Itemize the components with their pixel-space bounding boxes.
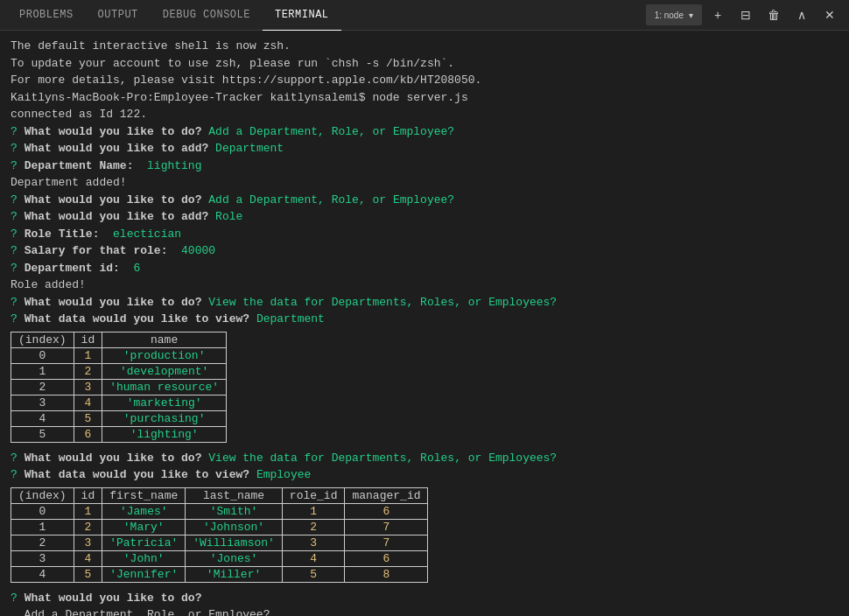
chevron-up-button[interactable]: ∧ <box>789 4 814 25</box>
boot-line-3: For more details, please visit https://s… <box>11 72 838 89</box>
q2-line1: ? What would you like to do? Add a Depar… <box>11 192 838 209</box>
role-added: Role added! <box>11 276 838 294</box>
q3-line1: ? What would you like to do? View the da… <box>11 294 838 312</box>
tab-output[interactable]: OUTPUT <box>86 0 151 31</box>
q1-line3: ? Department Name: lighting <box>11 158 838 175</box>
q2-line4: ? Salary for that role: 40000 <box>11 242 838 260</box>
node-dropdown-label: 1: node <box>655 10 684 20</box>
chevron-down-icon: ▾ <box>689 10 693 20</box>
add-terminal-button[interactable]: + <box>705 4 730 25</box>
close-panel-button[interactable]: ✕ <box>817 4 842 25</box>
q2-line3: ? Role Title: electician <box>11 226 838 243</box>
tab-bar: PROBLEMS OUTPUT DEBUG CONSOLE TERMINAL 1… <box>0 0 849 31</box>
q4-line2: ? What data would you like to view? Empl… <box>11 466 838 484</box>
emp-col-index: (index) <box>11 487 74 503</box>
boot-line-1: The default interactive shell is now zsh… <box>11 38 838 55</box>
dept-col-id: id <box>74 332 102 347</box>
q3-line2: ? What data would you like to view? Depa… <box>11 311 838 328</box>
table-row: 2 3 'human resource' <box>11 379 227 395</box>
table-row: 3 4 'John' 'Jones' 4 6 <box>11 550 428 566</box>
employee-table: (index) id first_name last_name role_id … <box>11 487 428 583</box>
emp-col-roleid: role_id <box>282 487 345 503</box>
table-row: 1 2 'development' <box>11 363 227 379</box>
table-row: 4 5 'purchasing' <box>11 410 227 426</box>
emp-col-firstname: first_name <box>102 487 186 503</box>
dept-col-name: name <box>102 332 227 347</box>
tab-controls: 1: node ▾ + ⊟ 🗑 ∧ ✕ <box>646 4 842 25</box>
menu-option-1: Add a Department, Role, or Employee? <box>11 606 838 616</box>
node-dropdown[interactable]: 1: node ▾ <box>646 4 702 25</box>
tab-problems[interactable]: PROBLEMS <box>7 0 86 31</box>
dept-added: Department added! <box>11 174 838 192</box>
emp-col-id: id <box>74 487 102 503</box>
emp-col-managerid: manager_id <box>345 487 428 503</box>
emp-col-lastname: last_name <box>186 487 283 503</box>
q1-line2: ? What would you like to add? Department <box>11 140 838 158</box>
split-terminal-button[interactable]: ⊟ <box>733 4 758 25</box>
terminal-content[interactable]: The default interactive shell is now zsh… <box>0 31 849 616</box>
trash-terminal-button[interactable]: 🗑 <box>761 4 786 25</box>
boot-line-4: Kaitlyns-MacBook-Pro:Employee-Tracker ka… <box>11 89 838 107</box>
table-row: 1 2 'Mary' 'Johnson' 2 7 <box>11 519 428 535</box>
table-row: 0 1 'production' <box>11 347 227 363</box>
table-row: 5 6 'lighting' <box>11 426 227 442</box>
q2-line5: ? Department id: 6 <box>11 260 838 277</box>
q2-line2: ? What would you like to add? Role <box>11 208 838 226</box>
boot-line-5: connected as Id 122. <box>11 106 838 123</box>
tab-debug-console[interactable]: DEBUG CONSOLE <box>151 0 263 31</box>
q1-line1: ? What would you like to do? Add a Depar… <box>11 123 838 141</box>
table-row: 3 4 'marketing' <box>11 395 227 410</box>
boot-line-2: To update your account to use zsh, pleas… <box>11 55 838 73</box>
table-row: 2 3 'Patricia' 'Williamson' 3 7 <box>11 535 428 550</box>
department-table: (index) id name 0 1 'production' 1 2 'de… <box>11 332 227 443</box>
q5-line1: ? What would you like to do? <box>11 590 838 607</box>
q4-line1: ? What would you like to do? View the da… <box>11 450 838 467</box>
tab-terminal[interactable]: TERMINAL <box>263 0 341 31</box>
table-row: 4 5 'Jennifer' 'Miller' 5 8 <box>11 566 428 582</box>
table-row: 0 1 'James' 'Smith' 1 6 <box>11 503 428 519</box>
dept-col-index: (index) <box>11 332 74 347</box>
